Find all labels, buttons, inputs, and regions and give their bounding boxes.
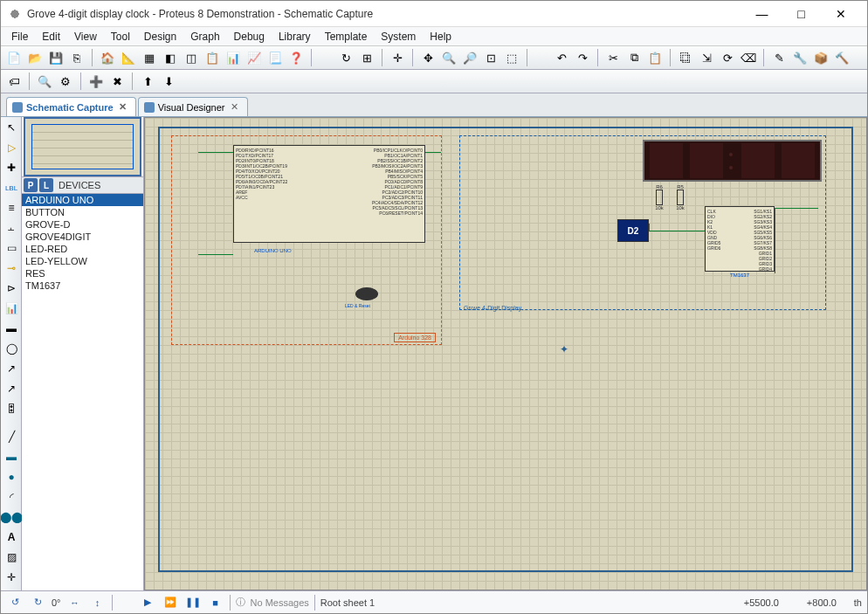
home-icon[interactable]: 🏠: [98, 48, 117, 67]
origin-icon[interactable]: ✛: [388, 48, 407, 67]
library-button[interactable]: L: [39, 178, 53, 192]
wire-label-tool-icon[interactable]: LBL: [3, 179, 20, 197]
arduino-component[interactable]: PD0/RXD/PCINT16PD1/TXD/PCINT17PD2/INT0/P…: [171, 135, 442, 345]
device-button[interactable]: BUTTON: [22, 206, 143, 218]
tab-close-icon[interactable]: ✕: [117, 101, 128, 113]
close-button[interactable]: ✕: [821, 2, 860, 26]
menu-template[interactable]: Template: [318, 29, 375, 45]
zoom-area-icon[interactable]: ⬚: [502, 48, 521, 67]
block-delete-icon[interactable]: ⌫: [739, 48, 758, 67]
block-copy-icon[interactable]: ⿻: [676, 48, 695, 67]
circle-tool-icon[interactable]: ●: [3, 468, 20, 486]
property-icon[interactable]: ⚙: [56, 72, 75, 91]
zoom-out-icon[interactable]: 🔎: [460, 48, 479, 67]
close-project-icon[interactable]: ⎘: [67, 48, 86, 67]
decompose-icon[interactable]: 🔨: [832, 48, 851, 67]
design-explorer-icon[interactable]: 📋: [203, 48, 222, 67]
menu-debug[interactable]: Debug: [227, 29, 272, 45]
stop-button[interactable]: ■: [207, 595, 224, 611]
minimize-button[interactable]: —: [742, 2, 782, 26]
menu-library[interactable]: Library: [272, 29, 318, 45]
zoom-in-icon[interactable]: 🔍: [439, 48, 458, 67]
save-icon[interactable]: 💾: [46, 48, 65, 67]
redo-icon[interactable]: ↷: [573, 48, 592, 67]
packaging-icon[interactable]: 📦: [811, 48, 830, 67]
redraw-icon[interactable]: ↻: [336, 48, 355, 67]
junction-icon[interactable]: ✚: [3, 159, 20, 176]
arc-tool-icon[interactable]: ◜: [3, 488, 20, 506]
line-tool-icon[interactable]: ╱: [3, 428, 20, 445]
path-tool-icon[interactable]: ⬤⬤: [3, 508, 20, 526]
marker-tool-icon[interactable]: ✛: [3, 569, 20, 586]
selection-mode-icon[interactable]: ↖: [3, 119, 20, 136]
chart-icon[interactable]: 📈: [245, 48, 264, 67]
report-icon[interactable]: 📃: [265, 48, 285, 67]
device-led-yellow[interactable]: LED-YELLOW: [22, 255, 143, 267]
box-tool-icon[interactable]: ▬: [3, 448, 20, 466]
device-grove-d[interactable]: GROVE-D: [22, 218, 143, 231]
gerber-icon[interactable]: ◫: [182, 48, 201, 67]
schematic-canvas[interactable]: PD0/RXD/PCINT16PD1/TXD/PCINT17PD2/INT0/P…: [144, 117, 867, 590]
zoom-child-icon[interactable]: ⬇: [159, 72, 178, 91]
new-icon[interactable]: 📄: [4, 48, 24, 67]
help-icon[interactable]: ❓: [286, 48, 306, 67]
grid-icon[interactable]: ⊞: [357, 48, 376, 67]
subcircuit-icon[interactable]: ▭: [3, 239, 20, 257]
menu-view[interactable]: View: [67, 29, 104, 45]
tab-schematic-capture[interactable]: Schematic Capture✕: [6, 97, 136, 116]
bom-icon[interactable]: 📊: [224, 48, 243, 67]
pan-icon[interactable]: ✥: [418, 48, 437, 67]
block-move-icon[interactable]: ⇲: [697, 48, 716, 67]
menu-file[interactable]: File: [4, 29, 35, 45]
text-script-icon[interactable]: ≡: [3, 199, 20, 217]
block-rotate-icon[interactable]: ⟳: [718, 48, 737, 67]
menu-edit[interactable]: Edit: [35, 29, 67, 45]
symbol-tool-icon[interactable]: ▨: [3, 548, 20, 566]
instruments-icon[interactable]: 🎛: [3, 400, 20, 417]
undo-icon[interactable]: ↶: [552, 48, 571, 67]
copy-icon[interactable]: ⧉: [624, 48, 644, 67]
remove-sheet-icon[interactable]: ✖: [107, 72, 127, 91]
device-arduino uno[interactable]: ARDUINO UNO: [22, 194, 143, 206]
flip-h-icon[interactable]: ↔: [66, 595, 84, 611]
menu-graph[interactable]: Graph: [183, 29, 226, 45]
pcb-icon[interactable]: ▦: [140, 48, 159, 67]
device-grove4digit[interactable]: GROVE4DIGIT: [22, 231, 143, 243]
flip-v-icon[interactable]: ↕: [89, 595, 107, 611]
open-icon[interactable]: 📂: [25, 48, 45, 67]
text-tool-icon[interactable]: A: [3, 528, 20, 546]
rotate-ccw-icon[interactable]: ↺: [6, 595, 24, 611]
make-device-icon[interactable]: 🔧: [790, 48, 809, 67]
menu-tool[interactable]: Tool: [104, 29, 137, 45]
tab-close-icon[interactable]: ✕: [229, 101, 240, 113]
tab-visual-designer[interactable]: Visual Designer✕: [138, 97, 248, 116]
overview-window[interactable]: [24, 117, 141, 176]
pause-button[interactable]: ❚❚: [184, 595, 202, 611]
cut-icon[interactable]: ✂: [603, 48, 623, 67]
probe-voltage-icon[interactable]: ↗: [3, 360, 20, 377]
rotate-cw-icon[interactable]: ↻: [29, 595, 46, 611]
probe-current-icon[interactable]: ↗: [3, 380, 20, 397]
paste-icon[interactable]: 📋: [645, 48, 665, 67]
device-res[interactable]: RES: [22, 267, 143, 279]
pick-device-button[interactable]: P: [24, 178, 38, 192]
schematic-icon[interactable]: 📐: [119, 48, 138, 67]
3d-icon[interactable]: ◧: [161, 48, 180, 67]
search-icon[interactable]: 🔍: [35, 72, 54, 91]
bus-icon[interactable]: ⫠: [3, 219, 20, 237]
device-led-red[interactable]: LED-RED: [22, 243, 143, 255]
device-tm1637[interactable]: TM1637: [22, 279, 143, 292]
wire-label-icon[interactable]: 🏷: [4, 72, 24, 91]
generator-icon[interactable]: ◯: [3, 340, 20, 357]
zoom-all-icon[interactable]: ⊡: [481, 48, 500, 67]
tape-icon[interactable]: ▬: [3, 320, 20, 337]
new-sheet-icon[interactable]: ➕: [86, 72, 106, 91]
pick-icon[interactable]: ✎: [769, 48, 789, 67]
menu-help[interactable]: Help: [423, 29, 458, 45]
component-mode-icon[interactable]: ▷: [3, 139, 20, 156]
exit-to-parent-icon[interactable]: ⬆: [138, 72, 157, 91]
step-button[interactable]: ⏩: [162, 595, 179, 611]
menu-design[interactable]: Design: [137, 29, 183, 45]
grove-display-component[interactable]: CLKDIOK2K1VDDGNDGRID5GRID6 SG1/KS1SG2/KS…: [459, 135, 826, 310]
menu-system[interactable]: System: [374, 29, 423, 45]
